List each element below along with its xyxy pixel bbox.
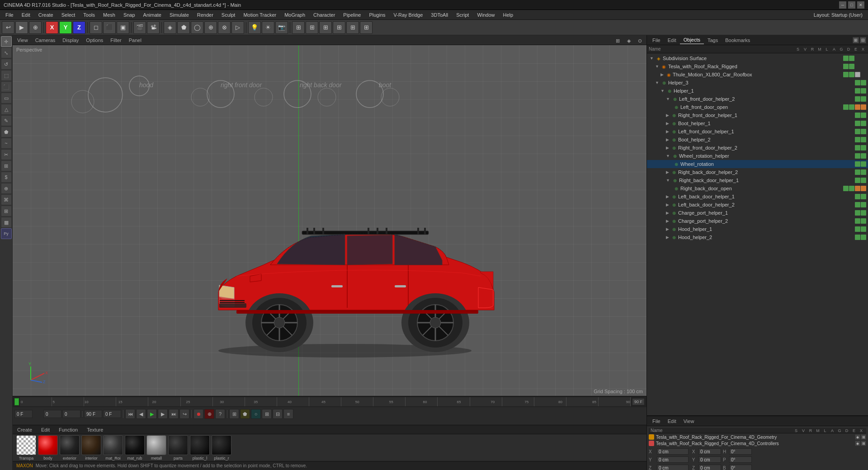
menu-create[interactable]: Create xyxy=(35,11,57,19)
timeline-ruler[interactable]: /* will be drawn below */ 0 5 10 15 20 2… xyxy=(20,397,631,406)
obj-btn-6[interactable]: ▷ xyxy=(231,21,244,34)
record-btn[interactable]: ⏺ xyxy=(193,409,203,419)
tool-freeform[interactable]: ✎ xyxy=(1,115,12,126)
light-btn-1[interactable]: 💡 xyxy=(248,21,261,34)
y-rot-field[interactable]: 0 cm xyxy=(698,456,721,463)
snap-btn-4[interactable]: ⊞ xyxy=(333,21,345,34)
objects-tab-tags[interactable]: Tags xyxy=(704,37,722,44)
ctrl-icon-2[interactable]: ⊞ xyxy=(861,441,866,446)
hier-helper1[interactable]: ▼ ⊕ Helper_1 xyxy=(647,87,868,95)
go-start-btn[interactable]: ⏮ xyxy=(125,409,135,419)
ctrl-icon-1[interactable]: ◈ xyxy=(855,441,860,446)
menu-edit[interactable]: Edit xyxy=(18,11,34,19)
viewport-icon-3[interactable]: ⊙ xyxy=(635,37,645,45)
hier-cph1[interactable]: ▶ ⊕ Charge_port_helper_1 xyxy=(647,209,868,217)
frame-scrubber[interactable] xyxy=(81,410,83,418)
objects-tab-edit[interactable]: Edit xyxy=(664,37,680,44)
geom-icon-2[interactable]: ⊞ xyxy=(861,434,866,440)
view-btn-2[interactable]: ⬛ xyxy=(103,21,116,34)
swatch-mat-rub[interactable]: mat_rub xyxy=(125,435,145,461)
objects-tab-objects[interactable]: Objects xyxy=(680,36,704,44)
render-btn[interactable]: 🎬 xyxy=(133,21,146,34)
swatch-interior[interactable]: interior xyxy=(81,435,101,461)
key-btn-4[interactable]: ⊞ xyxy=(262,409,272,419)
menu-mograph[interactable]: MoGraph xyxy=(281,11,309,19)
speed-field[interactable]: 0 F xyxy=(103,410,121,418)
mat-tab-function[interactable]: Function xyxy=(56,426,80,433)
hier-tesla[interactable]: ▼ ◉ Tesla_with_Roof_Rack_Rigged xyxy=(647,62,868,70)
hier-hh2[interactable]: ▶ ⊕ Hood_helper_2 xyxy=(647,233,868,241)
menu-vray[interactable]: V-Ray Bridge xyxy=(390,11,427,19)
tool-magnet[interactable]: ⌘ xyxy=(1,194,12,205)
menu-snap[interactable]: Snap xyxy=(120,11,139,19)
snap-btn-6[interactable]: ⊞ xyxy=(360,21,373,34)
objects-tab-bookmarks[interactable]: Bookmarks xyxy=(722,37,754,44)
obj-btn-5[interactable]: ⊗ xyxy=(218,21,231,34)
menu-tools[interactable]: Tools xyxy=(80,11,99,19)
hier-thule[interactable]: ▶ ◉ Thule_Motion_XL800_Car_Roofbox xyxy=(647,70,868,79)
tool-select[interactable]: ⬚ xyxy=(1,70,12,81)
menu-mesh[interactable]: Mesh xyxy=(99,11,119,19)
menu-pipeline[interactable]: Pipeline xyxy=(340,11,364,19)
next-frame-btn[interactable]: ▶ xyxy=(158,409,168,419)
end-frame-field[interactable]: 90 F xyxy=(84,410,102,418)
maximize-btn[interactable]: □ xyxy=(848,1,855,9)
hier-lbdh2[interactable]: ▶ ⊕ Left_back_door_helper_2 xyxy=(647,201,868,209)
z-pos-field[interactable]: 0 cm xyxy=(657,465,689,470)
auto-key-btn[interactable]: ⊕ xyxy=(204,409,214,419)
tool-rect-select[interactable]: ▭ xyxy=(1,93,12,103)
tool-spline[interactable]: ~ xyxy=(1,138,12,149)
swatch-mat-roi[interactable]: mat_Roi xyxy=(103,435,123,461)
snap-btn-5[interactable]: ⊞ xyxy=(346,21,359,34)
y-pos-field[interactable]: 0 cm xyxy=(657,456,689,463)
obj-icon-1[interactable]: ⊞ xyxy=(853,37,859,43)
attr-tab-view[interactable]: View xyxy=(680,418,698,425)
z-axis-btn[interactable]: Z xyxy=(73,21,85,34)
current-frame-field[interactable]: 0 F xyxy=(14,410,33,418)
tool-paint[interactable]: ⬟ xyxy=(1,127,12,137)
obj-btn-3[interactable]: ◯ xyxy=(191,21,203,34)
hier-lfdh1[interactable]: ▶ ⊕ Left_front_door_helper_1 xyxy=(647,127,868,136)
menu-script[interactable]: Script xyxy=(453,11,472,19)
h-field[interactable]: 0° xyxy=(729,448,752,455)
hier-lfdo[interactable]: ⊕ Left_front_door_open xyxy=(647,103,868,111)
menu-3dtoall[interactable]: 3DToAll xyxy=(427,11,452,19)
mat-tab-edit[interactable]: Edit xyxy=(38,426,52,433)
menu-render[interactable]: Render xyxy=(193,11,217,19)
swatch-metall[interactable]: metall xyxy=(146,435,166,461)
hier-wrh[interactable]: ▼ ⊕ Wheel_rotation_helper xyxy=(647,152,868,160)
key-btn-6[interactable]: ≡ xyxy=(283,409,293,419)
tool-tweak[interactable]: ⊕ xyxy=(1,183,12,194)
hier-helper3[interactable]: ▼ ⊕ Helper_3 xyxy=(647,79,868,87)
x-axis-btn[interactable]: X xyxy=(46,21,58,34)
swatch-body[interactable]: body xyxy=(38,435,58,461)
tool-grid[interactable]: ▦ xyxy=(1,217,12,228)
hier-subdivision-surface[interactable]: ▼ ◈ Subdivision Surface xyxy=(647,54,868,62)
tool-scale[interactable]: ⤡ xyxy=(1,47,12,58)
x-pos-field[interactable]: 0 cm xyxy=(657,448,689,455)
mat-tab-create[interactable]: Create xyxy=(14,426,35,433)
view-btn-3[interactable]: ▣ xyxy=(117,21,129,34)
tool-bridge[interactable]: ⊞ xyxy=(1,160,12,171)
tool-live-select[interactable]: ⬛ xyxy=(1,81,12,92)
hier-lfdh2[interactable]: ▼ ⊕ Left_front_door_helper_2 xyxy=(647,95,868,103)
cam-btn[interactable]: 📷 xyxy=(275,21,288,34)
menu-sculpt[interactable]: Sculpt xyxy=(218,11,239,19)
obj-btn-1[interactable]: ◈ xyxy=(164,21,176,34)
tab-view[interactable]: View xyxy=(14,37,31,44)
x-rot-field[interactable]: 0 cm xyxy=(698,448,721,455)
frame-input2[interactable]: 0 xyxy=(62,410,80,418)
undo-btn[interactable]: ↩ xyxy=(2,21,14,34)
hier-bh1[interactable]: ▶ ⊕ Boot_helper_1 xyxy=(647,119,868,127)
tab-options[interactable]: Options xyxy=(83,37,106,44)
p-field[interactable]: 0° xyxy=(729,456,752,463)
minimize-btn[interactable]: ─ xyxy=(839,1,846,9)
timeline-start-marker[interactable] xyxy=(14,398,19,405)
go-end-btn[interactable]: ⏭ xyxy=(169,409,179,419)
key-btn-3[interactable]: ○ xyxy=(251,409,261,419)
menu-window[interactable]: Window xyxy=(473,11,498,19)
close-btn[interactable]: ✕ xyxy=(857,1,864,9)
viewport-icon-1[interactable]: ⊞ xyxy=(613,37,623,45)
view-btn-1[interactable]: ◻ xyxy=(90,21,102,34)
hier-rbdh1[interactable]: ▼ ⊕ Right_back_door_helper_1 xyxy=(647,176,868,184)
